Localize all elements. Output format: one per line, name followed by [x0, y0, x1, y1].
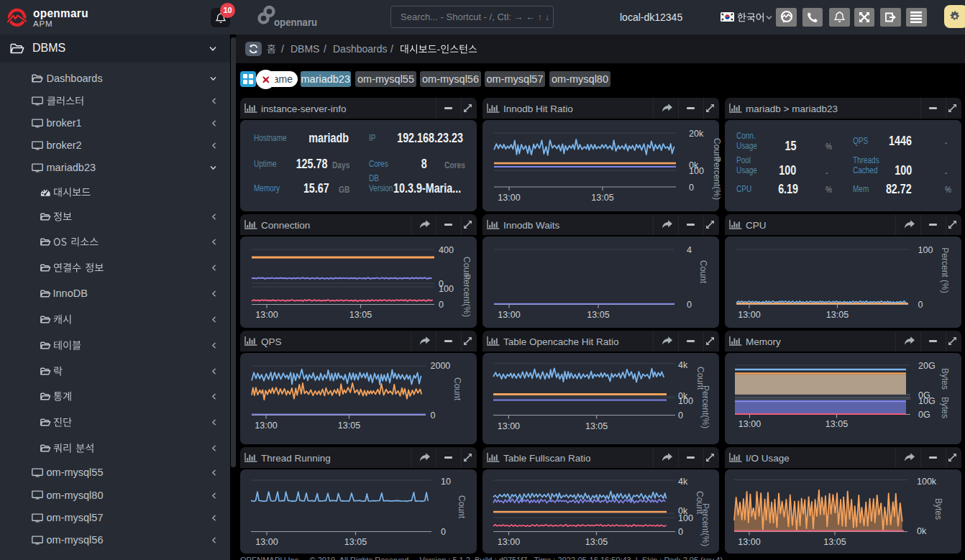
svg-text:13:00: 13:00 [255, 537, 278, 547]
svg-text:0: 0 [439, 300, 444, 310]
svg-text:13:05: 13:05 [585, 537, 608, 547]
svg-text:13:05: 13:05 [591, 193, 613, 203]
svg-text:100: 100 [678, 513, 693, 523]
svg-text:13:00: 13:00 [738, 537, 760, 547]
svg-text:Bytes: Bytes [933, 498, 943, 520]
svg-text:0G: 0G [918, 410, 930, 420]
svg-text:13:05: 13:05 [585, 421, 608, 431]
svg-text:Bytes: Bytes [940, 368, 950, 390]
svg-text:13:05: 13:05 [826, 310, 849, 320]
svg-text:13:05: 13:05 [344, 537, 367, 547]
svg-text:13:05: 13:05 [587, 310, 609, 320]
svg-text:0: 0 [689, 183, 694, 193]
svg-text:4: 4 [687, 245, 692, 255]
svg-text:0: 0 [431, 410, 436, 421]
svg-text:10G: 10G [918, 396, 936, 406]
svg-text:Bytes: Bytes [940, 397, 950, 418]
svg-text:0: 0 [918, 300, 923, 310]
svg-text:13:05: 13:05 [823, 537, 846, 547]
svg-text:4k: 4k [678, 477, 688, 487]
svg-text:Count: Count [698, 260, 708, 284]
svg-text:13:00: 13:00 [498, 421, 520, 431]
svg-text:13:05: 13:05 [338, 421, 360, 431]
svg-text:100: 100 [689, 166, 704, 176]
svg-text:0: 0 [441, 527, 446, 537]
svg-text:Percent(%): Percent(%) [700, 503, 710, 546]
svg-text:100k: 100k [917, 477, 937, 487]
svg-text:13:05: 13:05 [825, 419, 848, 429]
svg-text:2000: 2000 [431, 361, 451, 371]
svg-text:13:00: 13:00 [498, 537, 520, 547]
svg-text:20G: 20G [918, 361, 936, 371]
svg-text:Percent(%): Percent(%) [712, 157, 722, 200]
svg-text:Count: Count [457, 495, 467, 519]
svg-text:Percent(%): Percent(%) [700, 385, 710, 428]
svg-text:4k: 4k [678, 360, 688, 370]
svg-text:100: 100 [439, 284, 454, 294]
svg-text:20k: 20k [689, 129, 704, 139]
svg-text:13:00: 13:00 [498, 193, 520, 203]
svg-text:13:00: 13:00 [255, 310, 278, 320]
svg-text:0: 0 [678, 410, 683, 421]
svg-text:Percent(%): Percent(%) [462, 274, 472, 317]
svg-text:100: 100 [678, 396, 693, 406]
svg-text:0k: 0k [917, 526, 927, 536]
svg-text:0: 0 [687, 300, 692, 310]
svg-text:10: 10 [441, 477, 451, 487]
svg-text:13:00: 13:00 [738, 310, 760, 320]
svg-text:13:00: 13:00 [498, 310, 520, 320]
svg-text:13:05: 13:05 [349, 310, 372, 320]
svg-text:13:00: 13:00 [255, 421, 277, 431]
svg-text:0: 0 [678, 527, 683, 537]
svg-text:400: 400 [439, 245, 454, 255]
svg-text:Percent (%): Percent (%) [940, 247, 950, 293]
svg-text:100: 100 [918, 245, 933, 255]
svg-text:13:00: 13:00 [738, 419, 761, 429]
svg-text:Count: Count [452, 377, 462, 401]
